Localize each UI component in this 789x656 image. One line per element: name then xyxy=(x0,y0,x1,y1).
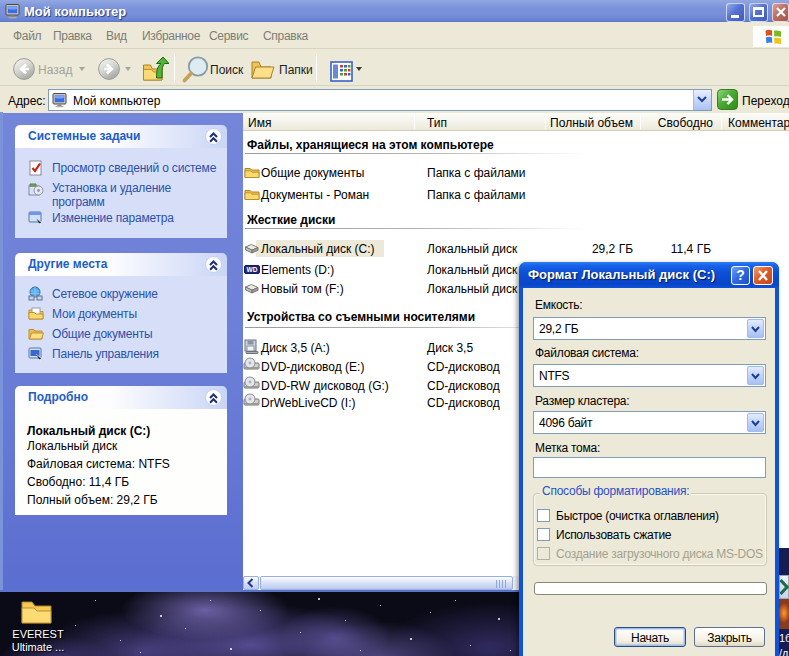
svg-text:WD: WD xyxy=(247,266,258,273)
